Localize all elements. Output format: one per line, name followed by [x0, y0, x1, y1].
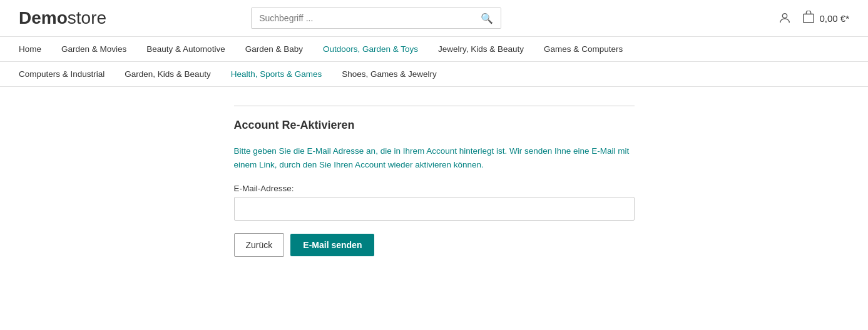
nav-row1: Home Garden & Movies Beauty & Automotive…	[0, 37, 868, 62]
nav-garden-movies[interactable]: Garden & Movies	[51, 42, 136, 56]
buttons-row: Zurück E-Mail senden	[234, 233, 635, 257]
header: Demostore 🔍 0,00 €*	[0, 0, 868, 37]
form-title: Account Re-Aktivieren	[234, 119, 635, 132]
nav-health-sports-games[interactable]: Health, Sports & Games	[221, 67, 332, 81]
svg-rect-1	[804, 14, 814, 22]
cart-icon	[802, 11, 815, 26]
search-icon: 🔍	[481, 13, 493, 24]
logo-bold: Demo	[19, 8, 68, 28]
header-icons: 0,00 €*	[778, 11, 849, 26]
nav-garden-kids-beauty[interactable]: Garden, Kids & Beauty	[115, 67, 220, 81]
search-container: 🔍	[251, 8, 501, 29]
nav-home[interactable]: Home	[19, 42, 51, 56]
svg-point-0	[783, 14, 787, 18]
search-input[interactable]	[252, 8, 473, 28]
main-content: Account Re-Aktivieren Bitte geben Sie di…	[215, 106, 653, 257]
nav-beauty-automotive[interactable]: Beauty & Automotive	[136, 42, 235, 56]
email-label: E-Mail-Adresse:	[234, 184, 635, 193]
cart-price: 0,00 €*	[819, 13, 849, 24]
email-input[interactable]	[234, 197, 635, 221]
nav-computers-industrial[interactable]: Computers & Industrial	[19, 67, 115, 81]
logo-regular: store	[68, 8, 106, 28]
send-email-button[interactable]: E-Mail senden	[290, 234, 374, 256]
cart-area[interactable]: 0,00 €*	[802, 11, 849, 26]
logo[interactable]: Demostore	[19, 8, 106, 28]
nav-garden-baby[interactable]: Garden & Baby	[235, 42, 313, 56]
nav-shoes-games-jewelry[interactable]: Shoes, Games & Jewelry	[332, 67, 447, 81]
form-section: Account Re-Aktivieren Bitte geben Sie di…	[234, 106, 635, 257]
account-icon[interactable]	[778, 11, 792, 25]
search-button[interactable]: 🔍	[473, 8, 501, 28]
nav-outdoors-garden-toys[interactable]: Outdoors, Garden & Toys	[313, 42, 428, 56]
nav-row2: Computers & Industrial Garden, Kids & Be…	[0, 62, 868, 87]
nav-jewelry-kids-beauty[interactable]: Jewelry, Kids & Beauty	[428, 42, 534, 56]
nav-games-computers[interactable]: Games & Computers	[534, 42, 633, 56]
info-text: Bitte geben Sie die E-Mail Adresse an, d…	[234, 144, 635, 171]
back-button[interactable]: Zurück	[234, 233, 285, 257]
